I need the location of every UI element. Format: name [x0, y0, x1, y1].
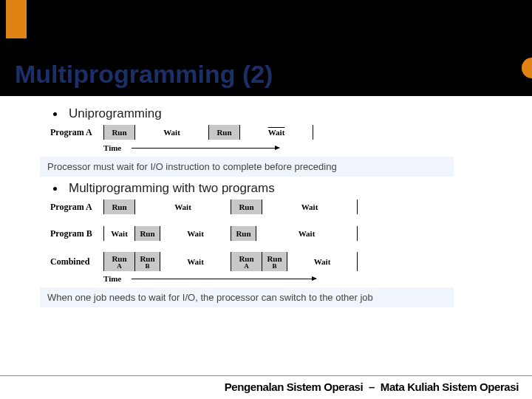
multi-note: When one job needs to wait for I/O, the …	[40, 287, 454, 307]
multi-timeline: Program A Run Wait Run Wait Program B Wa…	[50, 199, 502, 283]
accent-dot	[522, 58, 532, 78]
arrow-icon	[132, 148, 279, 149]
footer-separator: –	[369, 381, 375, 393]
uni-timeline: Program A Run Wait Run Wait Time	[50, 124, 502, 152]
segment-run-a: RunA	[231, 252, 262, 271]
multi-heading-row: Multiprogramming with two programs	[49, 181, 502, 196]
segment-wait: Wait	[134, 200, 231, 214]
uni-time-axis: Time	[103, 143, 502, 152]
segment-run: Run	[231, 200, 262, 214]
bullet-icon	[53, 187, 57, 191]
segment-wait: Wait	[103, 226, 134, 241]
multi-a-label: Program A	[50, 202, 103, 213]
segment-wait: Wait	[287, 252, 358, 271]
multi-time-axis: Time	[103, 274, 502, 283]
uni-heading: Uniprogramming	[69, 106, 162, 121]
segment-run: Run	[208, 125, 239, 140]
multi-c-label: Combined	[50, 256, 103, 267]
segment-wait: Wait	[256, 226, 358, 241]
segment-wait: Wait	[160, 252, 231, 271]
bullet-icon	[53, 112, 57, 116]
uni-program-label: Program A	[50, 127, 103, 138]
accent-tab	[6, 0, 27, 38]
uni-note: Processor must wait for I/O instruction …	[40, 157, 454, 177]
segment-run-b: RunB	[134, 252, 160, 271]
segment-run: Run	[231, 226, 256, 241]
segment-run-b: RunB	[262, 252, 287, 271]
multi-heading: Multiprogramming with two programs	[69, 181, 275, 196]
slide-title: Multiprogramming (2)	[15, 60, 273, 89]
slide-content: Uniprogramming Program A Run Wait Run Wa…	[0, 96, 532, 307]
segment-run: Run	[134, 226, 160, 241]
segment-run: Run	[103, 125, 134, 140]
footer-course-name: Mata Kuliah Sistem Operasi	[381, 381, 519, 393]
segment-wait: Wait	[134, 125, 208, 140]
segment-run: Run	[103, 200, 134, 214]
uni-heading-row: Uniprogramming	[49, 106, 502, 121]
segment-wait: Wait	[239, 125, 313, 140]
segment-run-a: RunA	[103, 252, 134, 271]
time-label: Time	[103, 274, 121, 283]
time-label: Time	[103, 143, 121, 152]
segment-wait: Wait	[160, 226, 231, 241]
segment-wait: Wait	[262, 200, 358, 214]
footer-course-topic: Pengenalan Sistem Operasi	[225, 381, 364, 393]
slide-header: Multiprogramming (2)	[0, 0, 532, 96]
slide-footer: Pengenalan Sistem Operasi – Mata Kuliah …	[0, 375, 532, 399]
multi-b-label: Program B	[50, 228, 103, 239]
arrow-icon	[132, 279, 316, 279]
